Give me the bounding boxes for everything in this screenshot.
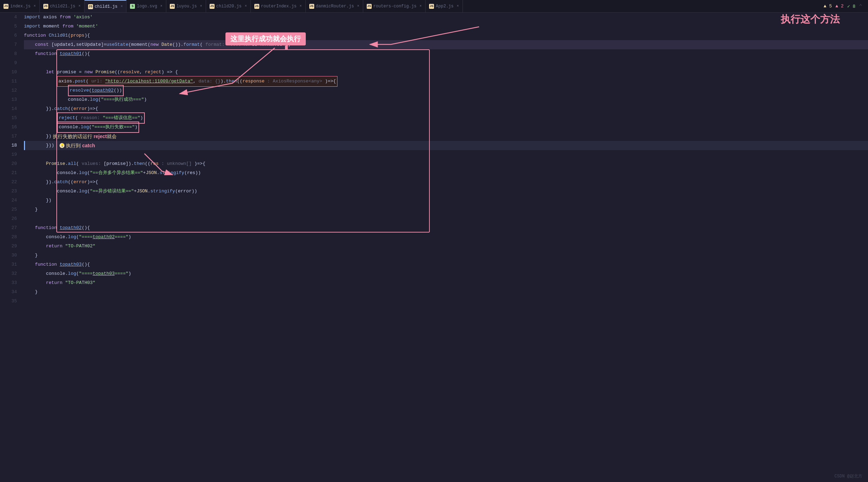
tab-label: logo.svg [137, 4, 157, 9]
close-icon[interactable]: × [120, 5, 123, 8]
line-num-12: 12 [0, 86, 17, 95]
watermark: CSDN @赵北方 [835, 473, 862, 479]
code-line-6: function Child01(props){ [24, 31, 868, 40]
line-num-9: 9 [0, 58, 17, 68]
code-line-27: function topath02(){ [24, 223, 868, 233]
js-icon: JS [429, 4, 434, 9]
line-num-8: ▼8 [0, 49, 17, 58]
line-num-10: ▼10 [0, 68, 17, 77]
line-num-4: 4 [0, 13, 17, 22]
line-num-14: 14 [0, 104, 17, 113]
code-line-11: axios.post( url: "http://localhost:11000… [24, 77, 868, 86]
tab-label: danmicRouter.js [316, 4, 354, 9]
line-num-7: 7 [0, 40, 17, 49]
close-icon[interactable]: × [300, 4, 302, 8]
tab-child20-js[interactable]: JS child20.js × [206, 0, 251, 13]
js-icon: JS [254, 4, 259, 9]
line-num-25: 25 [0, 205, 17, 214]
line-num-35: 35 [0, 297, 17, 306]
tab-danmic-router-js[interactable]: JS danmicRouter.js × [306, 0, 363, 13]
code-line-19 [24, 150, 868, 159]
line-num-22: ▼22 [0, 178, 17, 187]
tab-app2-js[interactable]: JS App2.js × [426, 0, 463, 13]
line-num-11: ▼11 [0, 77, 17, 86]
line-num-18: 18 [0, 141, 17, 150]
code-line-5: import moment from 'moment' [24, 22, 868, 31]
code-line-15: reject( reason: "===错误信息==") [24, 113, 868, 123]
close-icon[interactable]: × [160, 4, 162, 8]
tab-label: index.js [10, 4, 31, 9]
line-num-5: 5 [0, 22, 17, 31]
line-num-33: 33 [0, 278, 17, 288]
close-icon[interactable]: × [457, 4, 459, 8]
tab-router-index-js[interactable]: JS routerIndex.js × [251, 0, 306, 13]
expand-icon[interactable]: ⌃ [859, 3, 862, 10]
tab-label: luyou.js [176, 4, 197, 9]
close-icon[interactable]: × [357, 4, 359, 8]
js-icon: JS [4, 4, 8, 9]
line-num-26: 26 [0, 214, 17, 223]
code-line-24: }) [24, 196, 868, 205]
tab-routers-config-js[interactable]: JS routers-config.js × [363, 0, 426, 13]
tab-label: child1.js [95, 4, 118, 9]
code-line-4: import axios from 'axios' [24, 13, 868, 22]
editor-window: JS index.js × JS child21.js × JS child1.… [0, 0, 868, 482]
close-icon[interactable]: × [245, 4, 247, 8]
tab-label: child20.js [216, 4, 242, 9]
code-line-9 [24, 58, 868, 68]
bulb-icon[interactable]: 💡 [60, 143, 64, 148]
line-num-19: 19 [0, 150, 17, 159]
check-badge: ✓ 8 [847, 4, 855, 9]
tab-child21-js[interactable]: JS child21.js × [40, 0, 85, 13]
code-line-20: Promise.all( values: [promise]).then((re… [24, 159, 868, 168]
code-line-26 [24, 214, 868, 223]
line-num-30: 30 [0, 251, 17, 260]
line-num-29: 29 [0, 242, 17, 251]
close-icon[interactable]: × [34, 4, 36, 8]
js-icon: JS [367, 4, 372, 9]
code-line-30: } [24, 251, 868, 260]
code-line-13: console.log("====执行成功===") [24, 95, 868, 104]
line-num-27: ▼27 [0, 223, 17, 233]
tab-label: child21.js [50, 4, 75, 9]
code-line-16: console.log("====执行失败===") [24, 123, 868, 132]
tab-bar: JS index.js × JS child21.js × JS child1.… [0, 0, 868, 13]
code-line-18: })) 💡 执行到 catch [24, 141, 868, 150]
line-num-21: 21 [0, 168, 17, 178]
tab-index-js[interactable]: JS index.js × [0, 0, 40, 13]
js-icon: JS [170, 4, 175, 9]
line-num-31: ▼31 [0, 260, 17, 269]
js-icon: JS [43, 4, 48, 9]
tab-label: App2.js [436, 4, 453, 9]
active-line-indicator [24, 141, 25, 150]
tab-logo-svg[interactable]: S logo.svg × [126, 0, 166, 13]
svg-icon: S [130, 4, 135, 9]
tab-luyou-js[interactable]: JS luyou.js × [166, 0, 206, 13]
close-icon[interactable]: × [200, 4, 202, 8]
code-line-34: } [24, 288, 868, 297]
tab-child1-js[interactable]: JS child1.js × [85, 0, 127, 13]
line-num-24: 24 [0, 196, 17, 205]
error-badge: ▲ 2 [836, 4, 844, 9]
code-line-7: const [update1,setUpdate]=useState(momen… [24, 40, 868, 49]
tab-label: routers-config.js [373, 4, 416, 9]
status-bar: ▲ 5 ▲ 2 ✓ 8 ⌃ [824, 3, 868, 10]
code-line-10: let promise = new Promise((resolve, reje… [24, 68, 868, 77]
code-line-31: function topath03(){ [24, 260, 868, 269]
js-icon: JS [88, 4, 93, 9]
code-editor[interactable]: import axios from 'axios' import moment … [21, 13, 868, 482]
close-icon[interactable]: × [420, 4, 422, 8]
line-num-16: 16 [0, 123, 17, 132]
close-icon[interactable]: × [79, 4, 81, 8]
code-line-25: } [24, 205, 868, 214]
code-line-8: function topath01(){ [24, 49, 868, 58]
line-num-6: ▼6 [0, 31, 17, 40]
line-num-13: 13 [0, 95, 17, 104]
code-line-35 [24, 297, 868, 306]
code-line-28: console.log("====topath02====") [24, 233, 868, 242]
code-line-21: console.log("==合并多个异步结果=="+JSON.stringif… [24, 168, 868, 178]
js-icon: JS [309, 4, 314, 9]
tab-label: routerIndex.js [261, 4, 297, 9]
line-num-15: 15 [0, 113, 17, 123]
js-icon: JS [210, 4, 215, 9]
